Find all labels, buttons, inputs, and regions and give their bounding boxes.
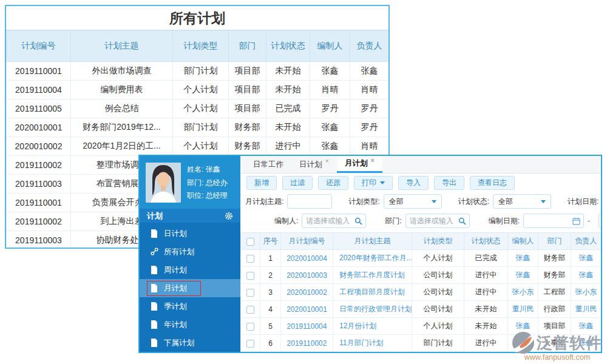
plan-topic-link[interactable]: 工程项目部月度计划 [333, 284, 412, 301]
print-button[interactable]: 打印 [354, 176, 393, 190]
topic-filter-label: 月计划主题: [245, 197, 283, 207]
row-checkbox[interactable] [246, 255, 254, 263]
type-select[interactable]: 全部 [384, 194, 442, 209]
sidebar-item-label: 周计划 [164, 265, 187, 275]
tab-label: 日常工作 [253, 160, 283, 170]
column-header: 编制人 [508, 233, 538, 250]
tab-daily-plan[interactable]: 日计划 × [291, 156, 337, 173]
cell: 2019110002 [7, 156, 71, 175]
toolbar: 新增 过滤 还原 打印 导入 导出 查看日志 [240, 174, 601, 192]
profile-dept: 部门: 总经办 [187, 178, 228, 188]
dept-cell: 财务部 [538, 250, 571, 267]
cell: 个人计划 [173, 137, 229, 156]
tab-daily-work[interactable]: 日常工作 [245, 156, 291, 173]
row-checkbox[interactable] [246, 323, 254, 331]
owner-link[interactable]: 董川民 [571, 301, 602, 318]
status-filter-label: 计划状态: [458, 197, 489, 207]
owner-link[interactable]: 张小东 [571, 284, 602, 301]
type-select-value: 全部 [389, 197, 404, 207]
search-icon[interactable] [354, 217, 362, 225]
select-all-checkbox[interactable] [246, 238, 254, 246]
cell: 肖晴 [350, 137, 389, 156]
sidebar-item-yearly-plan[interactable]: 年计划 [140, 315, 240, 334]
filter-button[interactable]: 过滤 [282, 176, 313, 190]
column-header: 编制人 [310, 31, 350, 62]
link-icon [151, 248, 158, 256]
cell: 2020年1月2日的工... [71, 137, 173, 156]
cell: 2020010002 [7, 137, 71, 156]
import-button[interactable]: 导入 [398, 176, 429, 190]
tab-monthly-plan[interactable]: 月计划 × [337, 156, 382, 173]
row-checkbox[interactable] [246, 340, 254, 348]
plan-id-link[interactable]: 2019110002 [281, 335, 333, 352]
seq-cell: 3 [260, 284, 281, 301]
sidebar-item-weekly-plan[interactable]: 周计划 [140, 261, 240, 279]
tab-label: 日计划 [299, 160, 322, 170]
row-select-cell [241, 284, 260, 301]
gear-icon[interactable] [225, 212, 233, 220]
owner-link[interactable]: 张鑫 [571, 250, 602, 267]
close-icon[interactable]: × [325, 157, 329, 164]
plan-id-link[interactable]: 2020010003 [281, 267, 333, 284]
calendar-icon[interactable] [572, 217, 580, 225]
creator-link[interactable]: 张鑫 [508, 250, 538, 267]
plan-topic-link[interactable]: 日常的行政管理月计划 [333, 301, 412, 318]
create-date-filter-label: 编制日期: [489, 216, 520, 226]
plan-type-cell: 个人计划 [412, 250, 464, 267]
cell: 个人计划 [173, 81, 229, 99]
status-select[interactable]: 全部 [493, 194, 551, 209]
creator-link[interactable]: 张小东 [508, 284, 538, 301]
row-checkbox[interactable] [246, 289, 254, 297]
row-select-cell [241, 267, 260, 284]
close-icon[interactable]: × [370, 157, 374, 164]
sidebar-item-monthly-plan[interactable]: 月计划 [140, 279, 240, 297]
owner-link[interactable]: 张鑫 [571, 267, 602, 284]
sidebar: 姓名: 张鑫 部门: 总经办 职位: 总经理 计划 [140, 156, 240, 352]
restore-button[interactable]: 还原 [318, 176, 348, 190]
sidebar-item-daily-plan[interactable]: 日计划 [140, 224, 240, 243]
plan-id-link[interactable]: 2020010002 [281, 284, 333, 301]
seq-cell: 5 [260, 318, 281, 335]
caret-down-icon [432, 200, 436, 203]
plan-id-link[interactable]: 2020010004 [281, 250, 333, 267]
cell: 2019110005 [7, 99, 71, 118]
view-log-button[interactable]: 查看日志 [470, 176, 515, 190]
row-checkbox[interactable] [246, 272, 254, 280]
topic-input[interactable] [287, 194, 332, 209]
dept-cell: 财务部 [538, 267, 571, 284]
avatar-portrait [146, 163, 181, 203]
dept-filter-label: 部门: [385, 216, 401, 226]
row-checkbox[interactable] [246, 306, 254, 314]
profile-title: 职位: 总经理 [187, 190, 228, 201]
all-plans-header-row: 计划编号 计划主题 计划类型 部门 计划状态 编制人 负责人 [7, 31, 389, 62]
plan-topic-link[interactable]: 财务部工作月度计划 [333, 267, 412, 284]
search-icon[interactable] [458, 217, 466, 225]
cell: 项目部 [229, 62, 266, 81]
creator-link[interactable]: 董川民 [508, 301, 538, 318]
plan-topic-link[interactable]: 12月份计划 [333, 318, 412, 335]
column-header: 负责人 [350, 31, 389, 62]
cell: 财务部 [229, 137, 266, 156]
sidebar-section-title: 计划 [147, 211, 163, 221]
table-row: 2019110001外出做市场调查部门计划项目部未开始张鑫张鑫 [7, 62, 389, 81]
cell: 罗丹 [350, 118, 389, 137]
sidebar-item-quarterly-plan[interactable]: 季计划 [140, 297, 240, 315]
cell: 未开始 [266, 118, 310, 137]
plan-topic-link[interactable]: 2020年财务部工作月... [333, 250, 412, 267]
column-header: 计划编号 [7, 31, 71, 62]
date-range-separator: - [588, 217, 590, 225]
cell: 项目部 [229, 99, 266, 118]
add-button[interactable]: 新增 [246, 176, 277, 190]
plan-status-cell: 已完成 [464, 250, 508, 267]
plan-id-link[interactable]: 2020010001 [281, 301, 333, 318]
sidebar-item-subordinate-plan[interactable]: 下属计划 [140, 334, 240, 352]
creator-link[interactable]: 张鑫 [508, 267, 538, 284]
create-date-end-input[interactable] [599, 214, 602, 228]
plan-id-link[interactable]: 2019110004 [281, 318, 333, 335]
select-all-cell [241, 233, 260, 250]
cell: 2019110004 [7, 81, 71, 99]
sidebar-item-all-plans[interactable]: 所有计划 [140, 243, 240, 261]
plan-topic-link[interactable]: 11月部门计划 [333, 335, 412, 352]
export-button[interactable]: 导出 [434, 176, 464, 190]
column-header: 计划状态 [464, 233, 508, 250]
